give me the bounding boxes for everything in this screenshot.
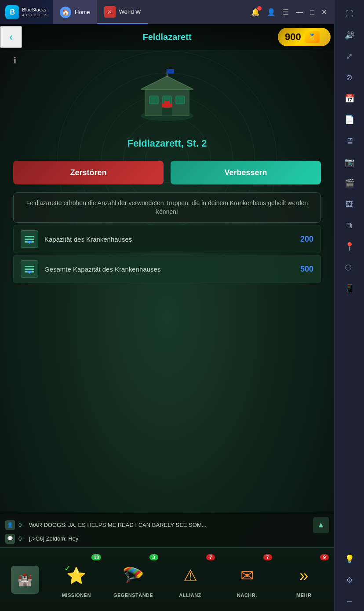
- game-area: ‹ Feldlazarett 900 🥇 ℹ: [0, 24, 334, 611]
- nav-item-messages[interactable]: 7 ✉ NACHR.: [218, 553, 275, 606]
- tab-home[interactable]: 🏠 Home: [53, 0, 97, 24]
- home-tab-icon: 🏠: [60, 7, 71, 18]
- titlebar-controls: 🔔 👤 ☰ — □ ✕: [251, 8, 334, 16]
- svg-rect-10: [161, 108, 173, 116]
- missions-icon-wrap: ✓ ⭐: [62, 562, 91, 590]
- screen-button[interactable]: 🖥: [340, 131, 359, 151]
- stat-icon-2: [21, 260, 38, 278]
- gold-icon: 🥇: [305, 31, 320, 43]
- nav-item-items[interactable]: 3 🪂 GEGENSTÄNDE: [105, 553, 161, 606]
- shake-button[interactable]: ⧃: [340, 258, 359, 277]
- stat-icon-1: [21, 230, 38, 248]
- fullscreen-button[interactable]: ⛶: [340, 4, 359, 24]
- more-badge: 9: [320, 554, 329, 560]
- bluestacks-logo: B BlueStacks 4.160.10.1119: [0, 0, 53, 24]
- screen-title: Feldlazarett: [22, 32, 312, 42]
- destroy-button[interactable]: Zerstören: [13, 161, 164, 184]
- right-sidebar: ⛶ 🔊 ⤢ ⊘ 📅 📄 🖥 📷 🎬 🖼 ⧉ 📍 ⧃ 📱 💡 ⚙ ←: [334, 0, 364, 611]
- svg-rect-16: [25, 269, 34, 270]
- gold-amount: 900: [285, 31, 301, 43]
- bell-button[interactable]: 🔔: [251, 8, 260, 16]
- back-sidebar-button[interactable]: ←: [340, 592, 359, 611]
- block-button[interactable]: ⊘: [340, 68, 359, 87]
- building-icon: 🏰: [11, 566, 39, 594]
- alliance-icon: ⚠: [183, 567, 197, 585]
- mail-icon: ✉: [240, 567, 254, 585]
- menu-button[interactable]: ☰: [283, 8, 289, 16]
- video-button[interactable]: 🎬: [340, 173, 359, 193]
- building-svg: [136, 67, 198, 125]
- svg-rect-11: [25, 236, 34, 237]
- bluestacks-icon: B: [5, 5, 19, 19]
- messages-icon-wrap: ✉: [233, 562, 261, 590]
- messages-badge: 7: [263, 554, 272, 560]
- nav-item-more[interactable]: 9 » MEHR: [276, 553, 332, 606]
- tab-home-label: Home: [75, 9, 90, 15]
- svg-rect-5: [176, 96, 185, 104]
- svg-rect-9: [167, 69, 174, 74]
- nav-label-missions: MISSIONEN: [62, 593, 91, 598]
- stat-label-2: Gesamte Kapazität des Krankenhauses: [44, 265, 294, 273]
- nav-label-alliance: ALLIANZ: [179, 593, 201, 598]
- nav-item-missions[interactable]: 10 ✓ ⭐ MISSIONEN: [48, 553, 105, 606]
- parachute-icon: 🪂: [122, 565, 144, 586]
- chat-count-2: 0: [18, 535, 25, 542]
- stat-value-2: 500: [300, 265, 313, 274]
- maximize-button[interactable]: □: [310, 8, 314, 16]
- nav-item-alliance[interactable]: 7 ⚠ ALLIANZ: [162, 553, 218, 606]
- theme-button[interactable]: 💡: [340, 549, 359, 569]
- check-icon: ✓: [64, 563, 71, 573]
- chat-text-1: WAR DOGGS: JA, ES HELPS ME READ I CAN BA…: [29, 522, 309, 528]
- alliance-badge: 7: [206, 554, 215, 560]
- chat-count-1: 0: [18, 522, 25, 528]
- bell-badge: [257, 6, 262, 11]
- chat-user-icon-1: 👤: [5, 520, 15, 530]
- nav-label-more: MEHR: [296, 593, 311, 598]
- svg-rect-15: [25, 266, 34, 267]
- resize-button[interactable]: ⤢: [340, 47, 359, 66]
- gallery-button[interactable]: 🖼: [340, 195, 359, 214]
- bottom-nav: 🏰 10 ✓ ⭐ MISSIONEN 3 🪂 GEGENSTÄNDE 7: [0, 547, 334, 611]
- layers-button[interactable]: ⧉: [340, 216, 359, 235]
- nav-label-messages: NACHR.: [237, 593, 257, 598]
- chat-user-icon-2: 💬: [5, 534, 15, 544]
- minimize-button[interactable]: —: [296, 8, 303, 16]
- location-button[interactable]: 📍: [340, 237, 359, 256]
- more-icon: »: [299, 567, 308, 585]
- items-badge: 3: [149, 554, 158, 560]
- missions-badge: 10: [91, 554, 101, 560]
- stats-container: Kapazität des Krankenhauses 200 Gesamte …: [13, 225, 321, 283]
- alliance-icon-wrap: ⚠: [176, 562, 204, 590]
- nav-item-building[interactable]: 🏰: [2, 553, 48, 606]
- title-bar: B BlueStacks 4.160.10.1119 🏠 Home ⚔ Worl…: [0, 0, 334, 24]
- stat-value-1: 200: [300, 235, 313, 244]
- bluestacks-version: 4.160.10.1119: [22, 13, 47, 17]
- game-tab-icon: ⚔: [104, 6, 116, 18]
- chat-arrow[interactable]: ▲: [313, 517, 329, 533]
- calendar-button[interactable]: 📅: [340, 89, 359, 108]
- profile-button[interactable]: 👤: [267, 8, 276, 16]
- phone-button[interactable]: 📱: [340, 279, 359, 298]
- tab-game[interactable]: ⚔ World W: [97, 0, 148, 24]
- settings-button[interactable]: ⚙: [340, 571, 359, 590]
- improve-button[interactable]: Verbessern: [171, 161, 321, 184]
- sound-button[interactable]: 🔊: [340, 26, 359, 45]
- tablet-button[interactable]: 📄: [340, 110, 359, 129]
- description-box: Feldlazarette erhöhen die Anzahl der ver…: [13, 192, 321, 223]
- back-button[interactable]: ‹: [0, 26, 22, 48]
- svg-rect-3: [149, 96, 158, 104]
- building-image: [136, 67, 198, 120]
- stat-item-2: Gesamte Kapazität des Krankenhauses 500: [13, 255, 321, 283]
- camera-button[interactable]: 📷: [340, 152, 359, 172]
- close-button[interactable]: ✕: [321, 8, 327, 16]
- svg-rect-12: [25, 239, 34, 240]
- nav-label-items: GEGENSTÄNDE: [113, 593, 153, 598]
- chat-text-2: [.>C6] Zeldom: Hey: [29, 535, 329, 542]
- bluestacks-name: BlueStacks: [22, 7, 47, 13]
- svg-marker-2: [141, 76, 193, 89]
- gold-bar: 900 🥇: [278, 28, 331, 46]
- building-area: [0, 50, 334, 138]
- missions-icon: ✓ ⭐: [62, 562, 91, 590]
- top-bar: ‹ Feldlazarett 900 🥇: [0, 24, 334, 50]
- action-buttons: Zerstören Verbessern: [13, 161, 321, 184]
